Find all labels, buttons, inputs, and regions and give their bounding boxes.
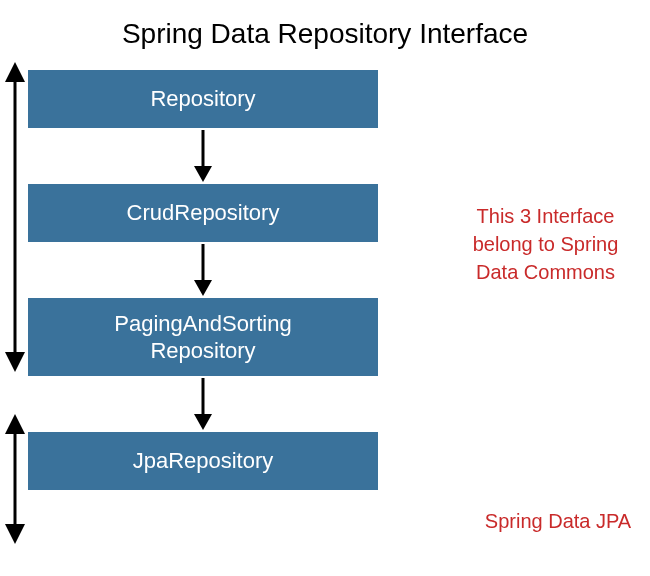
box-paging-sorting-repository: PagingAndSorting Repository: [28, 298, 378, 376]
box-jpa-repository-label: JpaRepository: [133, 447, 274, 475]
svg-marker-11: [5, 524, 25, 544]
svg-marker-1: [194, 166, 212, 182]
bracket-jpa: [0, 414, 30, 544]
hierarchy-column: Repository CrudRepository PagingAndSorti…: [28, 70, 378, 490]
double-arrow-vertical-icon: [0, 62, 30, 372]
box-repository-label: Repository: [150, 85, 255, 113]
box-paging-sorting-repository-label: PagingAndSorting Repository: [114, 310, 291, 365]
svg-marker-3: [194, 280, 212, 296]
diagram-area: Repository CrudRepository PagingAndSorti…: [0, 62, 650, 562]
svg-marker-10: [5, 414, 25, 434]
arrow-down-icon: [183, 376, 223, 432]
annotation-jpa: Spring Data JPA: [478, 507, 638, 535]
arrow-down-icon: [183, 242, 223, 298]
svg-marker-8: [5, 352, 25, 372]
bracket-commons: [0, 62, 30, 372]
box-jpa-repository: JpaRepository: [28, 432, 378, 490]
box-crud-repository: CrudRepository: [28, 184, 378, 242]
box-repository: Repository: [28, 70, 378, 128]
arrow-down-icon: [183, 128, 223, 184]
double-arrow-vertical-icon: [0, 414, 30, 544]
box-crud-repository-label: CrudRepository: [127, 199, 280, 227]
svg-marker-5: [194, 414, 212, 430]
svg-marker-7: [5, 62, 25, 82]
diagram-title: Spring Data Repository Interface: [0, 0, 650, 62]
annotation-commons: This 3 Interface belong to Spring Data C…: [458, 202, 633, 286]
